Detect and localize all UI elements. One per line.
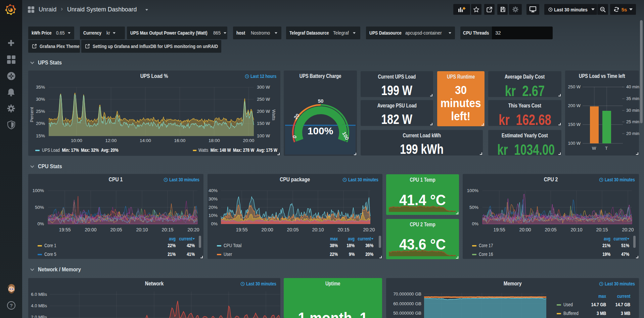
svg-text:?: ?	[10, 303, 13, 308]
